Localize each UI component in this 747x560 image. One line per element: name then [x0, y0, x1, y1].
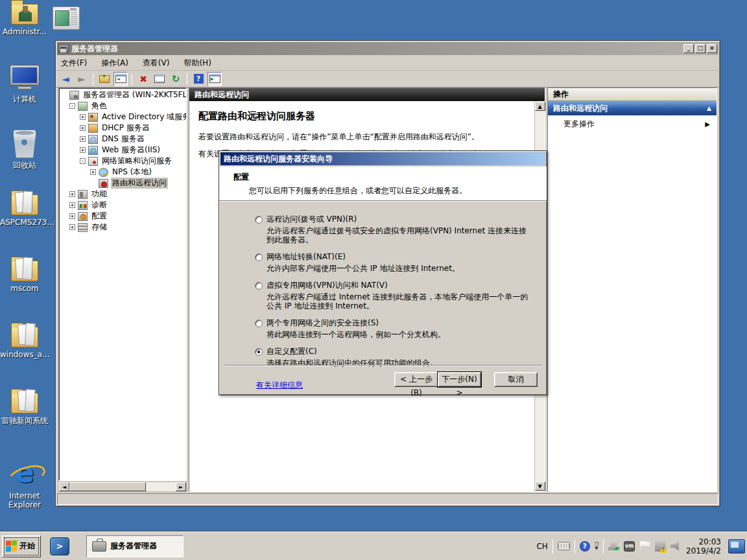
- show-hidden-icons-button[interactable]: ❐▼: [595, 542, 599, 550]
- desktop-icon-computer[interactable]: 计算机: [0, 65, 49, 104]
- help-icon[interactable]: ?: [580, 541, 590, 552]
- tree-item-root[interactable]: 服务器管理器 (WIN-2KKT5FLLPS: [59, 89, 186, 100]
- up-one-level-button[interactable]: [97, 72, 112, 86]
- expand-box[interactable]: +: [80, 125, 86, 131]
- properties-button[interactable]: [152, 72, 167, 86]
- dhcp-icon: [88, 124, 98, 133]
- radio-remote-access[interactable]: [255, 216, 263, 224]
- help-button[interactable]: ?: [191, 72, 206, 86]
- desktop-icon-leichi[interactable]: 雷驰新闻系统: [0, 393, 49, 425]
- menu-bar: 文件(F) 操作(A) 查看(V) 帮助(H): [56, 56, 720, 71]
- menu-file[interactable]: 文件(F): [60, 56, 88, 70]
- scroll-down-button[interactable]: ▼: [535, 482, 545, 491]
- expand-box[interactable]: +: [69, 224, 75, 230]
- tree-item-npas[interactable]: -网络策略和访问服务: [59, 156, 186, 167]
- show-action-pane-button[interactable]: [208, 72, 222, 86]
- installer-warning-icon[interactable]: [655, 541, 666, 552]
- wizard-body: 远程访问(拨号或 VPN)(R) 允许远程客户端通过拨号或安全的虚拟专用网络(V…: [219, 201, 547, 391]
- desktop-icon-administrator[interactable]: Administr...: [0, 4, 49, 36]
- desktop-icon-mscom[interactable]: mscom: [0, 261, 49, 293]
- vmware-tools-icon[interactable]: vm: [624, 541, 635, 552]
- expand-box[interactable]: +: [80, 136, 86, 142]
- collapse-box[interactable]: -: [80, 158, 86, 164]
- back-button[interactable]: ◄: [58, 72, 73, 86]
- show-desktop-button[interactable]: [728, 539, 745, 554]
- action-pane: 操作 路由和远程访问 ▲ 更多操作 ▶: [547, 88, 717, 492]
- tree-horizontal-scrollbar[interactable]: ◄ ►: [58, 482, 187, 492]
- window-titlebar[interactable]: 服务器管理器 _ □ ×: [57, 42, 718, 55]
- action-group-rras[interactable]: 路由和远程访问 ▲: [548, 101, 717, 115]
- menu-view[interactable]: 查看(V): [141, 56, 171, 70]
- keyboard-icon[interactable]: [558, 542, 570, 550]
- powershell-icon[interactable]: >: [50, 537, 69, 555]
- tree-item-web-iis[interactable]: +Web 服务器(IIS): [59, 145, 186, 156]
- tree-item-dns[interactable]: +DNS 服务器: [59, 134, 186, 145]
- close-button[interactable]: ×: [707, 44, 717, 53]
- tree-item-configuration[interactable]: +配置: [59, 211, 186, 222]
- scrollbar-track[interactable]: [146, 482, 176, 491]
- more-actions-item[interactable]: 更多操作 ▶: [548, 115, 717, 132]
- expand-box[interactable]: +: [80, 114, 86, 120]
- console-tree-icon: [115, 75, 126, 83]
- tree-item-ad-ds[interactable]: +Active Directory 域服务: [59, 111, 186, 122]
- wizard-title: 路由和远程访问服务器安装向导: [224, 154, 333, 165]
- volume-muted-icon[interactable]: [670, 541, 682, 552]
- start-button[interactable]: 开始: [2, 535, 41, 557]
- radio-nat[interactable]: [255, 253, 263, 261]
- desktop-icon-recycle-bin[interactable]: 回收站: [0, 130, 49, 170]
- radio-custom[interactable]: [255, 348, 263, 356]
- maximize-button[interactable]: □: [695, 44, 706, 53]
- refresh-button[interactable]: ↻: [169, 72, 183, 86]
- expand-box[interactable]: +: [69, 191, 75, 197]
- clock-time: 20:03: [686, 537, 721, 546]
- usb-device-icon[interactable]: [608, 541, 619, 552]
- language-indicator[interactable]: CH: [536, 542, 547, 551]
- expand-box[interactable]: +: [69, 202, 75, 208]
- next-step-button[interactable]: 下一步(N) >: [438, 372, 481, 387]
- wizard-section-description: 您可以启用下列服务的任意组合，或者您可以自定义此服务器。: [233, 185, 547, 196]
- action-center-flag-icon[interactable]: [639, 541, 650, 552]
- menu-help[interactable]: 帮助(H): [182, 56, 212, 70]
- radio-vpn-nat[interactable]: [255, 282, 263, 290]
- back-step-button[interactable]: < 上一步(B): [394, 372, 438, 387]
- tree-item-rras[interactable]: 路由和远程访问: [59, 178, 186, 189]
- instruction-text: 若要设置路由和远程访问，请在“操作”菜单上单击“配置并启用路由和远程访问”。: [198, 132, 528, 143]
- tree-item-roles[interactable]: -角色: [59, 100, 186, 111]
- cancel-button[interactable]: 取消: [494, 372, 538, 387]
- scroll-up-button[interactable]: ▲: [535, 102, 545, 111]
- collapse-group-icon[interactable]: ▲: [707, 105, 711, 111]
- clock[interactable]: 20:03 2019/4/2: [686, 537, 722, 555]
- show-console-tree-button[interactable]: [113, 72, 128, 86]
- scroll-left-button[interactable]: ◄: [59, 482, 69, 491]
- desktop-icon-window-shortcut[interactable]: [47, 6, 86, 32]
- taskbar-item-server-manager[interactable]: 服务器管理器: [86, 535, 184, 557]
- desktop-icon-internet-explorer[interactable]: e Internet Explorer: [0, 458, 49, 509]
- tree-item-features[interactable]: +功能: [59, 189, 186, 200]
- tree-item-dhcp[interactable]: +DHCP 服务器: [59, 122, 186, 134]
- expand-box[interactable]: +: [80, 147, 86, 153]
- expand-box[interactable]: +: [90, 169, 96, 175]
- expand-box[interactable]: +: [69, 213, 75, 219]
- tree-item-storage[interactable]: +存储: [59, 222, 186, 233]
- tree-item-diagnostics[interactable]: +诊断: [59, 200, 186, 211]
- system-tray: CH ? ❐▼ vm 20:03 2019/4/2: [536, 535, 745, 557]
- forward-button[interactable]: ►: [75, 72, 89, 86]
- scroll-right-button[interactable]: ►: [176, 482, 186, 491]
- folder-icon: [11, 261, 38, 281]
- desktop-icon-label: windows_a...: [0, 350, 50, 359]
- radio-site-to-site[interactable]: [255, 320, 263, 327]
- collapse-box[interactable]: -: [69, 103, 75, 109]
- desktop-icon-aspcms[interactable]: ASPCMS273...: [0, 194, 49, 227]
- page-title: 配置路由和远程访问服务器: [198, 110, 528, 122]
- menu-action[interactable]: 操作(A): [100, 56, 130, 70]
- scrollbar-thumb[interactable]: [69, 482, 146, 491]
- minimize-button[interactable]: _: [683, 44, 694, 53]
- folder-icon: [11, 393, 38, 414]
- wizard-titlebar[interactable]: 路由和远程访问服务器安装向导: [220, 152, 545, 165]
- server-manager-icon: [92, 541, 106, 552]
- delete-button[interactable]: ✖: [136, 72, 150, 86]
- tree-item-nps[interactable]: +NPS (本地): [59, 167, 186, 178]
- roles-icon: [78, 102, 88, 111]
- desktop-icon-windows-a[interactable]: windows_a...: [0, 327, 49, 359]
- more-info-link[interactable]: 有关详细信息: [256, 380, 303, 391]
